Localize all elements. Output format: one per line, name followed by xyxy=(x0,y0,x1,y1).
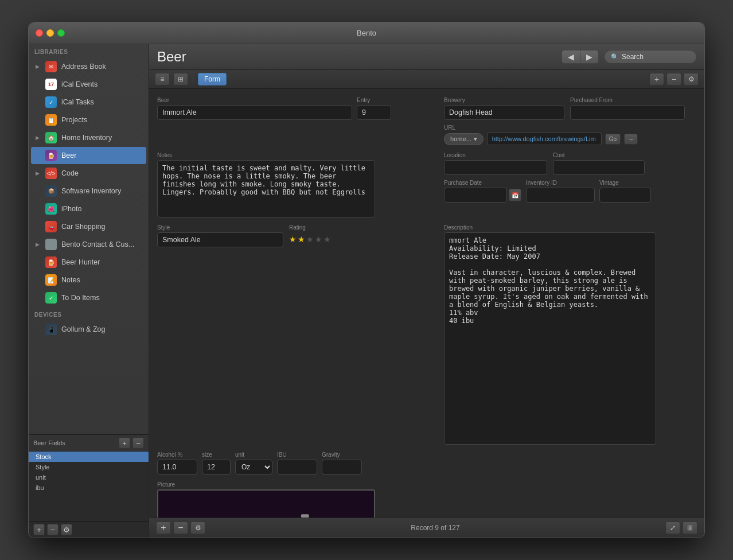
remove-bottom-button[interactable]: − xyxy=(47,524,59,535)
sidebar-item-code[interactable]: ▶ </> Code xyxy=(31,165,146,182)
add-entry-button[interactable]: + xyxy=(156,522,171,534)
add-bottom-button[interactable]: + xyxy=(33,524,45,535)
brewery-input[interactable] xyxy=(444,105,564,120)
toolbar-separator xyxy=(193,74,193,84)
sidebar-item-gollum-zog[interactable]: ▶ 📱 Gollum & Zog xyxy=(31,321,146,338)
nav-prev-button[interactable]: ◀ xyxy=(562,50,580,63)
arrow-icon: ▶ xyxy=(36,135,40,141)
remove-field-button[interactable]: − xyxy=(132,437,144,449)
record-count: Record 9 of 127 xyxy=(411,524,459,532)
fields-item-ibu[interactable]: ibu xyxy=(29,483,149,493)
star-1[interactable]: ★ xyxy=(289,235,297,244)
svg-rect-0 xyxy=(159,491,373,518)
sidebar-item-to-do-items[interactable]: ▶ ✓ To Do Items xyxy=(31,289,146,306)
location-input[interactable] xyxy=(444,160,547,175)
remove-entry-button[interactable]: − xyxy=(173,522,188,534)
size-input[interactable] xyxy=(202,460,231,475)
maximize-button[interactable] xyxy=(57,29,65,37)
remove-record-icon[interactable]: − xyxy=(666,73,681,85)
entry-field-group: Entry xyxy=(357,97,391,120)
sidebar-item-beer-hunter[interactable]: ▶ 🍺 Beer Hunter xyxy=(31,254,146,271)
description-textarea[interactable]: mmort Ale Availability: Limited Release … xyxy=(444,232,656,445)
star-3[interactable]: ★ xyxy=(306,235,314,244)
beer-input[interactable] xyxy=(157,105,352,120)
sidebar-item-software-inventory[interactable]: ▶ 📦 Software Inventory xyxy=(31,182,146,200)
nav-next-button[interactable]: ▶ xyxy=(580,50,598,63)
url-field-group: URL home... ▾ Go → xyxy=(444,125,696,145)
brewery-purchased-group: Brewery Purchased From URL xyxy=(444,97,696,145)
gravity-input[interactable] xyxy=(322,460,362,475)
sidebar-item-iphoto[interactable]: ▶ 🌺 iPhoto xyxy=(31,200,146,217)
sidebar-item-address-book[interactable]: ▶ ✉ Address Book xyxy=(31,58,146,75)
form-view-button[interactable]: Form xyxy=(198,73,227,85)
sidebar-item-car-shopping[interactable]: ▶ 🚗 Car Shopping xyxy=(31,218,146,235)
toolbar: ≡ ⊞ Form + − ⚙ xyxy=(149,70,704,89)
devices-label: DEVICES xyxy=(29,307,149,320)
brewery-label: Brewery xyxy=(444,97,564,103)
grid-view-button[interactable]: ⊞ xyxy=(173,73,188,85)
sidebar-item-label: Address Book xyxy=(61,63,106,71)
sidebar-item-label: Software Inventory xyxy=(61,187,121,195)
settings-entry-button[interactable]: ⚙ xyxy=(190,522,205,534)
inventory-id-label: Inventory ID xyxy=(526,180,595,186)
add-field-button[interactable]: + xyxy=(119,437,130,449)
cost-input[interactable] xyxy=(553,160,645,175)
main-window: Bento LIBRARIES ▶ ✉ Address Book ▶ 17 iC… xyxy=(28,22,705,538)
size-label: size xyxy=(202,452,231,458)
url-go-button[interactable]: Go xyxy=(605,134,621,145)
device-icon: 📱 xyxy=(45,324,57,335)
fields-panel: Beer Fields + − Stock Style unit xyxy=(29,434,149,538)
purchased-from-input[interactable] xyxy=(570,105,685,120)
search-icon: 🔍 xyxy=(611,53,619,61)
style-input[interactable] xyxy=(157,232,283,247)
entry-input[interactable] xyxy=(357,105,391,120)
inventory-id-input[interactable] xyxy=(526,188,595,203)
notes-textarea[interactable]: The initial taste is sweet and malty. Ve… xyxy=(157,160,375,217)
sidebar-item-label: Projects xyxy=(61,116,87,124)
url-input[interactable] xyxy=(487,133,602,145)
fields-item-unit[interactable]: unit xyxy=(29,472,149,483)
settings-bottom-button[interactable]: ⚙ xyxy=(61,524,72,535)
minimize-button[interactable] xyxy=(46,29,54,37)
sidebar-item-beer[interactable]: ▶ 🍺 Beer xyxy=(31,147,146,164)
settings-icon[interactable]: ⚙ xyxy=(684,73,699,85)
alcohol-label: Alcohol % xyxy=(157,452,197,458)
sidebar-item-notes[interactable]: ▶ 📝 Notes xyxy=(31,271,146,289)
alcohol-input[interactable] xyxy=(157,460,197,475)
fields-title: Beer Fields xyxy=(33,440,65,446)
star-5[interactable]: ★ xyxy=(323,235,331,244)
sidebar-item-home-inventory[interactable]: ▶ 🏠 Home Inventory xyxy=(31,129,146,146)
url-row: home... ▾ Go → xyxy=(444,133,696,145)
toolbar-right: + − ⚙ xyxy=(649,73,699,85)
purchase-date-input[interactable] xyxy=(444,188,507,203)
url-arrow-button[interactable]: → xyxy=(624,134,638,145)
cost-field-group: Cost xyxy=(553,152,645,175)
sidebar-item-label: To Do Items xyxy=(61,294,100,302)
sidebar-item-ical-events[interactable]: ▶ 17 iCal Events xyxy=(31,76,146,93)
sidebar-item-ical-tasks[interactable]: ▶ ✓ iCal Tasks xyxy=(31,94,146,111)
iphoto-icon: 🌺 xyxy=(45,203,57,215)
picture-box: IMMORT ALE xyxy=(157,489,375,518)
vintage-label: Vintage xyxy=(599,180,651,186)
fields-item-stock[interactable]: Stock xyxy=(29,452,149,462)
star-4[interactable]: ★ xyxy=(315,235,322,244)
add-record-icon[interactable]: + xyxy=(649,73,664,85)
arrow-icon: ▶ xyxy=(36,242,40,247)
unit-select[interactable]: Oz mL L xyxy=(235,460,272,475)
rating-stars[interactable]: ★ ★ ★ ★ ★ xyxy=(289,235,331,244)
sidebar-item-bento-contact[interactable]: ▶ Bento Contact & Cus... xyxy=(31,236,146,253)
vintage-group: Vintage xyxy=(599,180,651,203)
vintage-input[interactable] xyxy=(599,188,651,203)
close-button[interactable] xyxy=(36,29,43,37)
search-input[interactable] xyxy=(622,53,691,61)
sidebar-footer: + − ⚙ xyxy=(29,521,149,538)
ibu-input[interactable] xyxy=(277,460,317,475)
url-protocol[interactable]: home... ▾ xyxy=(444,133,484,145)
list-view-button[interactable]: ≡ xyxy=(155,73,170,85)
expand-button[interactable]: ⤢ xyxy=(665,522,680,534)
calendar-button[interactable]: 📅 xyxy=(509,189,521,201)
fields-item-style[interactable]: Style xyxy=(29,462,149,472)
star-2[interactable]: ★ xyxy=(298,235,305,244)
sidebar-item-projects[interactable]: ▶ 📋 Projects xyxy=(31,111,146,129)
grid-view-bottom-button[interactable]: ⊞ xyxy=(683,522,697,534)
